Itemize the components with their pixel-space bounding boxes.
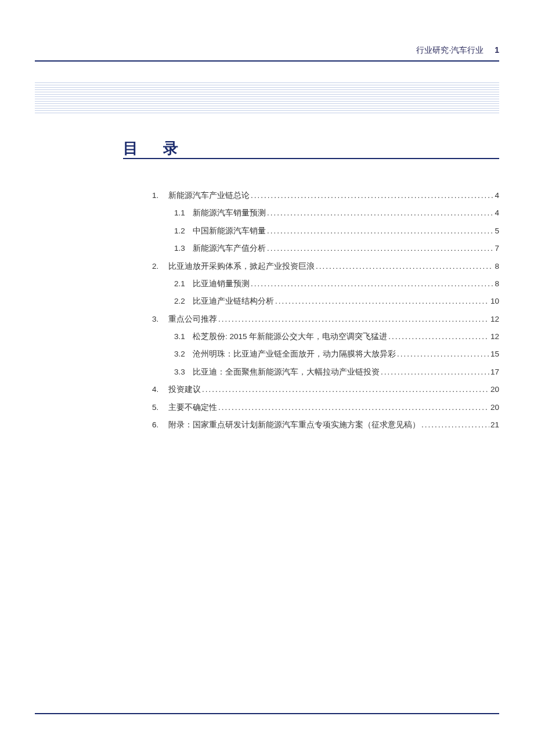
toc-entry-page: 10 — [490, 293, 499, 310]
toc-entry-number: 3.1 — [174, 328, 193, 345]
page-header: 行业研究·汽车行业 1 — [416, 45, 499, 56]
toc-leader-dots: ........................................… — [388, 328, 489, 345]
toc-entry-number: 1.2 — [174, 222, 193, 240]
toc-entry-page: 4 — [495, 204, 499, 222]
toc-entry-number: 3.2 — [174, 345, 193, 363]
toc-leader-dots: ........................................… — [381, 363, 489, 381]
toc-entry-page: 5 — [495, 222, 499, 240]
toc-entry-page: 20 — [490, 381, 499, 398]
header-divider — [35, 60, 499, 62]
toc-entry-title: 新能源汽车销量预测 — [193, 204, 266, 222]
toc-entry: 3.3比亚迪：全面聚焦新能源汽车，大幅拉动产业链投资..............… — [152, 363, 499, 381]
toc-entry-title: 投资建议 — [168, 381, 201, 398]
toc-entry-page: 8 — [495, 258, 499, 275]
toc-entry-title: 松芝股份: 2015 年新能源公交大年，电动空调突飞猛进 — [193, 328, 387, 345]
toc-entry-number: 3.3 — [174, 363, 193, 381]
toc-leader-dots: ........................................… — [202, 381, 489, 398]
toc-title-underline — [123, 158, 499, 159]
toc-entry-number: 6. — [152, 416, 168, 434]
toc-entry-page: 20 — [490, 399, 499, 416]
toc-entry-page: 8 — [495, 275, 499, 293]
toc-entry: 2.比亚迪放开采购体系，掀起产业投资巨浪....................… — [152, 258, 499, 275]
toc-entry: 2.2比亚迪产业链结构分析...........................… — [152, 293, 499, 310]
toc-entry-title: 沧州明珠：比亚迪产业链全面放开，动力隔膜将大放异彩 — [193, 345, 396, 363]
toc-leader-dots: ........................................… — [275, 293, 489, 310]
toc-leader-dots: ........................................… — [267, 222, 493, 240]
toc-entry-title: 比亚迪产业链结构分析 — [193, 293, 274, 310]
toc-entry-title: 附录：国家重点研发计划新能源汽车重点专项实施方案（征求意见稿） — [168, 416, 420, 434]
toc-entry: 1.1新能源汽车销量预测............................… — [152, 204, 499, 222]
toc-leader-dots: ........................................… — [316, 258, 493, 275]
toc-entry-title: 新能源汽车产值分析 — [193, 240, 266, 257]
toc-entry-page: 12 — [490, 311, 499, 328]
toc-leader-dots: ........................................… — [218, 311, 489, 328]
toc-entry-page: 15 — [490, 345, 499, 363]
toc-entry-title: 比亚迪销量预测 — [193, 275, 250, 293]
toc-entry: 1.2中国新能源汽车销量............................… — [152, 222, 499, 240]
toc-entry-page: 4 — [495, 187, 499, 204]
toc-entry: 1.3新能源汽车产值分析............................… — [152, 240, 499, 257]
toc-entry: 6.附录：国家重点研发计划新能源汽车重点专项实施方案（征求意见稿）.......… — [152, 416, 499, 434]
toc-entry: 3.2沧州明珠：比亚迪产业链全面放开，动力隔膜将大放异彩............… — [152, 345, 499, 363]
toc-leader-dots: ........................................… — [218, 399, 489, 416]
toc-entry-title: 比亚迪：全面聚焦新能源汽车，大幅拉动产业链投资 — [193, 363, 380, 381]
toc-leader-dots: ........................................… — [421, 416, 489, 434]
toc-entry-page: 21 — [490, 416, 499, 434]
toc-entry-number: 2.1 — [174, 275, 193, 293]
toc-leader-dots: ........................................… — [267, 240, 493, 257]
toc-entry: 4.投资建议..................................… — [152, 381, 499, 398]
toc-entry-title: 新能源汽车产业链总论 — [168, 187, 250, 204]
footer-divider — [35, 713, 499, 714]
toc-leader-dots: ........................................… — [397, 345, 489, 363]
toc-entry: 1.新能源汽车产业链总论............................… — [152, 187, 499, 204]
toc-entry-page: 7 — [495, 240, 499, 257]
toc-entry-title: 中国新能源汽车销量 — [193, 222, 266, 240]
breadcrumb: 行业研究·汽车行业 — [416, 45, 484, 55]
toc-entry-number: 3. — [152, 311, 168, 328]
toc-entry-number: 5. — [152, 399, 168, 416]
toc-entry-number: 1.1 — [174, 204, 193, 222]
toc-entry: 3.1松芝股份: 2015 年新能源公交大年，电动空调突飞猛进.........… — [152, 328, 499, 345]
page-number: 1 — [495, 45, 499, 55]
toc-entry: 2.1比亚迪销量预测..............................… — [152, 275, 499, 293]
decorative-stripes — [35, 82, 499, 114]
toc-list: 1.新能源汽车产业链总论............................… — [152, 187, 499, 434]
toc-entry-title: 比亚迪放开采购体系，掀起产业投资巨浪 — [168, 258, 315, 275]
toc-entry: 5.主要不确定性................................… — [152, 399, 499, 416]
toc-entry-title: 主要不确定性 — [168, 399, 217, 416]
toc-entry-title: 重点公司推荐 — [168, 311, 217, 328]
toc-leader-dots: ........................................… — [251, 187, 493, 204]
toc-entry-page: 17 — [490, 363, 499, 381]
toc-leader-dots: ........................................… — [251, 275, 493, 293]
toc-entry: 3.重点公司推荐................................… — [152, 311, 499, 328]
toc-leader-dots: ........................................… — [267, 204, 493, 222]
toc-title: 目 录 — [123, 138, 189, 159]
toc-entry-number: 2. — [152, 258, 168, 275]
toc-entry-number: 1. — [152, 187, 168, 204]
toc-entry-number: 4. — [152, 381, 168, 398]
toc-entry-number: 2.2 — [174, 293, 193, 310]
toc-entry-number: 1.3 — [174, 240, 193, 257]
toc-entry-page: 12 — [490, 328, 499, 345]
